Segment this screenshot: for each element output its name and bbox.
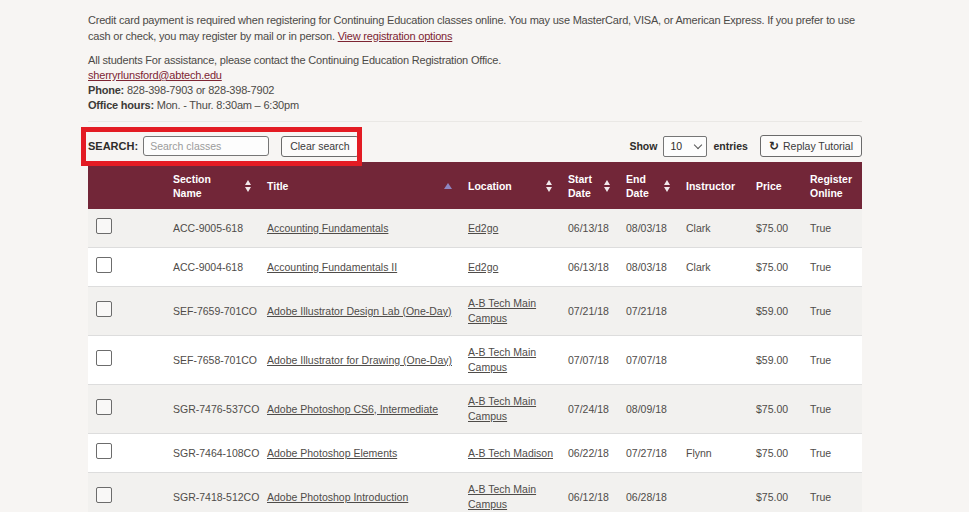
- title-link[interactable]: Adobe Illustrator Design Lab (One-Day): [267, 305, 451, 317]
- end-date-cell: 07/27/18: [616, 437, 676, 470]
- row-checkbox-cell: [88, 341, 160, 379]
- row-checkbox[interactable]: [96, 350, 112, 366]
- instructor-cell: [676, 488, 746, 506]
- register-online-cell: True: [800, 437, 862, 470]
- section-name-cell: ACC-9004-618: [160, 251, 257, 284]
- location-link[interactable]: A-B Tech Main Campus: [468, 483, 536, 510]
- row-checkbox-cell: [88, 292, 160, 330]
- row-checkbox[interactable]: [96, 301, 112, 317]
- column-header-checkbox: [88, 180, 160, 192]
- price-cell: $75.00: [746, 437, 800, 470]
- instructor-cell: Clark: [676, 251, 746, 284]
- location-cell: Ed2go: [458, 212, 558, 245]
- section-name-cell: SGR-7464-108CO: [160, 437, 257, 470]
- location-link[interactable]: A-B Tech Main Campus: [468, 346, 536, 373]
- entries-selected-value: 10: [670, 140, 682, 152]
- column-header-location[interactable]: Location: [458, 173, 558, 199]
- column-header-instructor: Instructor: [676, 173, 746, 199]
- location-cell: A-B Tech Main Campus: [458, 473, 558, 512]
- price-cell: $59.00: [746, 295, 800, 328]
- register-online-cell: True: [800, 251, 862, 284]
- end-date-cell: 06/28/18: [616, 481, 676, 512]
- price-cell: $75.00: [746, 393, 800, 426]
- classes-table: Section Name Title Location Start Date E…: [88, 162, 862, 512]
- table-row: SGR-7476-537CO Adobe Photoshop CS6, Inte…: [88, 385, 862, 434]
- location-link[interactable]: A-B Tech Main Campus: [468, 297, 536, 324]
- entries-select[interactable]: 10: [663, 136, 707, 157]
- start-date-cell: 07/21/18: [558, 295, 616, 328]
- end-date-cell: 08/03/18: [616, 251, 676, 284]
- title-link[interactable]: Adobe Photoshop Introduction: [267, 491, 408, 503]
- title-link[interactable]: Adobe Illustrator for Drawing (One-Day): [267, 354, 452, 366]
- price-cell: $59.00: [746, 344, 800, 377]
- email-link[interactable]: sherryrlunsford@abtech.edu: [88, 69, 222, 81]
- table-controls: SEARCH: Clear search Show 10 entries ↻ R…: [88, 134, 862, 158]
- section-name-cell: SGR-7476-537CO: [160, 393, 257, 426]
- phone-label: Phone:: [88, 84, 124, 96]
- table-row: SGR-7418-512CO Adobe Photoshop Introduct…: [88, 473, 862, 512]
- sort-both-icon: [664, 180, 670, 192]
- table-row: SGR-7464-108CO Adobe Photoshop Elements …: [88, 434, 862, 473]
- column-header-section-name[interactable]: Section Name: [160, 166, 257, 206]
- instructor-cell: [676, 302, 746, 320]
- location-link[interactable]: A-B Tech Madison: [468, 447, 553, 459]
- table-row: ACC-9004-618 Accounting Fundamentals II …: [88, 248, 862, 287]
- chevron-down-icon: [694, 140, 702, 148]
- show-label: Show: [629, 140, 657, 152]
- location-link[interactable]: A-B Tech Main Campus: [468, 395, 536, 422]
- column-header-end-date[interactable]: End Date: [616, 166, 676, 206]
- register-online-cell: True: [800, 481, 862, 512]
- replay-tutorial-label: Replay Tutorial: [783, 140, 853, 152]
- search-label: SEARCH:: [88, 140, 138, 152]
- title-link[interactable]: Accounting Fundamentals: [267, 222, 388, 234]
- view-registration-options-link[interactable]: View registration options: [338, 30, 453, 42]
- sort-ascending-icon: [444, 183, 452, 189]
- title-link[interactable]: Adobe Photoshop Elements: [267, 447, 397, 459]
- title-cell: Adobe Illustrator for Drawing (One-Day): [257, 344, 458, 377]
- page-content: Credit card payment is required when reg…: [88, 0, 862, 512]
- classes-widget: SEARCH: Clear search Show 10 entries ↻ R…: [88, 121, 862, 512]
- sort-both-icon: [245, 180, 251, 192]
- replay-tutorial-button[interactable]: ↻ Replay Tutorial: [760, 135, 862, 157]
- row-checkbox[interactable]: [96, 399, 112, 415]
- title-cell: Adobe Illustrator Design Lab (One-Day): [257, 295, 458, 328]
- intro-text: Credit card payment is required when reg…: [88, 14, 855, 42]
- end-date-cell: 07/21/18: [616, 295, 676, 328]
- title-cell: Adobe Photoshop Introduction: [257, 481, 458, 512]
- start-date-cell: 06/13/18: [558, 212, 616, 245]
- location-link[interactable]: Ed2go: [468, 222, 498, 234]
- column-header-start-date[interactable]: Start Date: [558, 166, 616, 206]
- clear-search-button[interactable]: Clear search: [281, 136, 359, 157]
- phone-value: 828-398-7903 or 828-398-7902: [124, 84, 274, 96]
- column-header-title[interactable]: Title: [257, 173, 458, 199]
- start-date-cell: 07/07/18: [558, 344, 616, 377]
- title-cell: Accounting Fundamentals: [257, 212, 458, 245]
- instructor-cell: [676, 351, 746, 369]
- table-header-row: Section Name Title Location Start Date E…: [88, 162, 862, 209]
- location-link[interactable]: Ed2go: [468, 261, 498, 273]
- instructor-cell: Flynn: [676, 437, 746, 470]
- row-checkbox-cell: [88, 390, 160, 428]
- price-cell: $75.00: [746, 212, 800, 245]
- table-row: ACC-9005-618 Accounting Fundamentals Ed2…: [88, 209, 862, 248]
- row-checkbox[interactable]: [96, 487, 112, 503]
- search-input[interactable]: [143, 136, 269, 156]
- location-cell: A-B Tech Main Campus: [458, 287, 558, 335]
- search-group: SEARCH: Clear search: [88, 136, 359, 157]
- row-checkbox[interactable]: [96, 443, 112, 459]
- intro-paragraph: Credit card payment is required when reg…: [88, 12, 862, 44]
- register-online-cell: True: [800, 393, 862, 426]
- row-checkbox[interactable]: [96, 257, 112, 273]
- row-checkbox[interactable]: [96, 218, 112, 234]
- title-link[interactable]: Adobe Photoshop CS6, Intermediate: [267, 403, 438, 415]
- column-header-price: Price: [746, 173, 800, 199]
- register-online-cell: True: [800, 212, 862, 245]
- price-cell: $75.00: [746, 481, 800, 512]
- sort-both-icon: [546, 180, 552, 192]
- office-hours-value: Mon. - Thur. 8:30am – 6:30pm: [154, 99, 299, 111]
- title-link[interactable]: Accounting Fundamentals II: [267, 261, 397, 273]
- assistance-text: All students For assistance, please cont…: [88, 54, 501, 66]
- start-date-cell: 06/22/18: [558, 437, 616, 470]
- row-checkbox-cell: [88, 478, 160, 512]
- section-name-cell: SGR-7418-512CO: [160, 481, 257, 512]
